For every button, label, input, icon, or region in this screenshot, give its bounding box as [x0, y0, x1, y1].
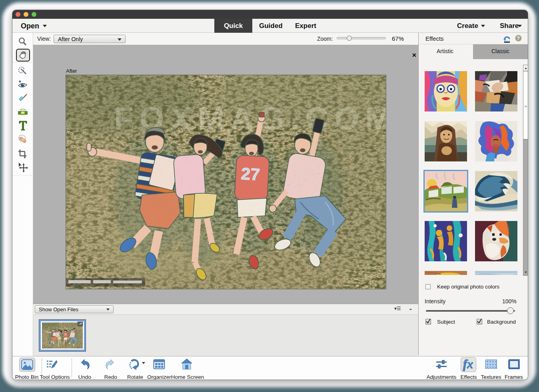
- svg-text:?: ?: [517, 36, 520, 41]
